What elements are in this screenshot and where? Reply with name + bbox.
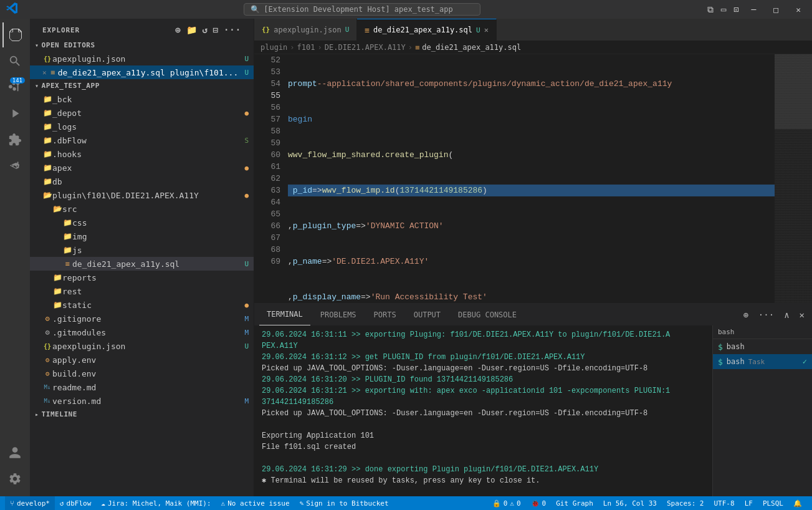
tab-close-icon[interactable]: ✕ <box>484 26 489 34</box>
accounts-activity-icon[interactable] <box>2 440 27 465</box>
terminal-line-9: File f101.sql created <box>262 441 705 453</box>
errors-status[interactable]: 🔒 0 ⚠ 0 <box>487 496 526 510</box>
file-gitignore[interactable]: ⚙ .gitignore M <box>30 312 254 325</box>
minimap-viewport[interactable] <box>775 54 812 129</box>
terminal-content[interactable]: 29.06.2024 16:31:11 >> exporting Pluging… <box>254 325 712 496</box>
tab-sql-a11y[interactable]: ≡ de_die21_apex_a11y.sql U ✕ <box>357 19 497 41</box>
maximize-panel-icon[interactable]: ∧ <box>781 309 791 321</box>
breadcrumb-file[interactable]: ≡ de_die21_apex_a11y.sql <box>415 43 521 52</box>
folder-img[interactable]: 📁 img <box>30 229 254 243</box>
terminal-tab[interactable]: TERMINAL <box>259 304 310 325</box>
git-branch-status[interactable]: ⑂ develop* <box>5 496 55 510</box>
run-activity-icon[interactable] <box>2 101 27 126</box>
output-tab[interactable]: OUTPUT <box>406 304 448 325</box>
layout-icon[interactable]: ⧉ <box>707 4 714 15</box>
folder-plugin[interactable]: 📂 plugin\f101\DE.DIE21.APEX.A11Y ● <box>30 188 254 202</box>
debug-console-tab[interactable]: DEBUG CONSOLE <box>451 304 524 325</box>
folder-logs[interactable]: 📁 _logs <box>30 120 254 133</box>
folder-static[interactable]: 📁 static ● <box>30 298 254 312</box>
new-folder-icon[interactable]: 📁 <box>186 25 198 35</box>
folder-depot[interactable]: 📁 _depot ● <box>30 106 254 120</box>
refresh-icon[interactable]: ↺ <box>202 25 208 35</box>
close-icon[interactable]: ✕ <box>42 69 47 77</box>
explorer-activity-icon[interactable] <box>2 22 27 47</box>
json-file-icon: {} <box>42 55 52 62</box>
tab-apexplugin-json[interactable]: {} apexplugin.json U <box>254 19 357 41</box>
folder-dbflow[interactable]: 📁 .dbFlow S <box>30 133 254 147</box>
minimize-button[interactable]: ─ <box>747 4 762 16</box>
folder-icon: 📁 <box>42 150 52 158</box>
title-bar: 🔍 [Extension Development Host] apex_test… <box>0 0 812 19</box>
notifications-status[interactable]: 🔔 <box>788 496 807 510</box>
language-mode-status[interactable]: PLSQL <box>758 496 788 510</box>
file-version-md[interactable]: M↓ version.md M <box>30 394 254 408</box>
debug-status[interactable]: 🐞 0 <box>526 496 552 510</box>
encoding-status[interactable]: UTF-8 <box>709 496 740 510</box>
no-issue-status[interactable]: ⚠ No active issue <box>216 496 295 510</box>
open-editors-section[interactable]: OPEN EDITORS <box>30 39 254 52</box>
code-content[interactable]: prompt --application/shared_components/p… <box>285 54 775 303</box>
code-line-52: prompt --application/shared_components/p… <box>288 78 775 90</box>
git-graph-status[interactable]: Git Graph <box>551 496 598 510</box>
breadcrumb-plugin[interactable]: plugin <box>260 43 287 52</box>
folder-hooks[interactable]: 📁 .hooks <box>30 147 254 161</box>
file-readme-md[interactable]: M↓ readme.md <box>30 380 254 394</box>
folder-css[interactable]: 📁 css <box>30 216 254 229</box>
folder-rest[interactable]: 📁 rest <box>30 284 254 298</box>
file-build-env[interactable]: ⚙ build.env <box>30 367 254 380</box>
folder-bck[interactable]: 📁 _bck <box>30 92 254 106</box>
test-activity-icon[interactable] <box>2 153 27 178</box>
apex-test-app-section[interactable]: APEX_TEST_APP <box>30 79 254 92</box>
line-num-67: 67 <box>259 232 280 244</box>
new-file-icon[interactable]: ⊕ <box>175 25 181 35</box>
folder-reports[interactable]: 📁 reports <box>30 271 254 284</box>
panel-icon[interactable]: ▭ <box>721 4 726 14</box>
settings-activity-icon[interactable] <box>2 466 27 491</box>
line-numbers: 52 53 54 55 56 57 58 59 60 61 62 63 64 6… <box>254 54 285 303</box>
folder-db[interactable]: 📁 db <box>30 175 254 188</box>
split-icon[interactable]: ⊡ <box>733 4 738 14</box>
maximize-button[interactable]: □ <box>768 4 783 16</box>
json-tab-icon: {} <box>262 26 270 34</box>
file-gitmodules[interactable]: ⚙ .gitmodules M <box>30 325 254 339</box>
close-panel-icon[interactable]: ✕ <box>797 309 807 321</box>
jira-status[interactable]: ☁ Jira: Michel, Maik (MMI): <box>96 496 216 510</box>
search-activity-icon[interactable] <box>2 49 27 74</box>
status-bar-right: 🔒 0 ⚠ 0 🐞 0 Git Graph Ln 56, Col 33 Spac… <box>487 496 807 510</box>
problems-tab[interactable]: PROBLEMS <box>313 304 364 325</box>
dbflow-status[interactable]: ↺ dbFlow <box>55 496 96 510</box>
editor-area: {} apexplugin.json U ≡ de_die21_apex_a11… <box>254 19 812 496</box>
terminal-line-5b: 3714421149185286 <box>262 397 705 408</box>
file-sql-a11y[interactable]: ≡ de_die21_apex_a11y.sql U <box>30 257 254 271</box>
add-terminal-icon[interactable]: ⊕ <box>740 309 750 321</box>
bitbucket-signin[interactable]: ✎ Sign in to Bitbucket <box>295 496 394 510</box>
file-apexplugin-json[interactable]: {} apexplugin.json U <box>30 339 254 353</box>
folder-apex[interactable]: 📁 apex ● <box>30 161 254 175</box>
source-control-activity-icon[interactable]: 141 <box>2 75 27 100</box>
line-num-55: 55 <box>259 90 280 102</box>
breadcrumb-apex-a11y[interactable]: DE.DIE21.APEX.A11Y <box>325 43 406 52</box>
collapse-icon[interactable]: ⊟ <box>213 25 219 35</box>
extensions-activity-icon[interactable] <box>2 127 27 152</box>
terminal-line-2: 29.06.2024 16:31:12 >> get PLUGIN_ID fro… <box>262 352 705 363</box>
spaces-status[interactable]: Spaces: 2 <box>662 496 709 510</box>
cursor-position[interactable]: Ln 56, Col 33 <box>598 496 662 510</box>
timeline-section[interactable]: TIMELINE <box>30 408 254 421</box>
more-terminal-icon[interactable]: ··· <box>756 309 776 321</box>
open-editor-apexplugin[interactable]: {} apexplugin.json U <box>30 52 254 65</box>
tab-bar: {} apexplugin.json U ≡ de_die21_apex_a11… <box>254 19 812 41</box>
more-icon[interactable]: ··· <box>224 25 241 35</box>
folder-js[interactable]: 📁 js <box>30 243 254 257</box>
file-apply-env[interactable]: ⚙ apply.env <box>30 353 254 367</box>
code-line-57: ,p_name=>'DE.DIE21.APEX.A11Y' <box>288 256 775 267</box>
close-button[interactable]: ✕ <box>791 4 806 16</box>
open-editor-sql[interactable]: ✕ ≡ de_die21_apex_a11y.sql plugin\f101..… <box>30 65 254 79</box>
ports-tab[interactable]: PORTS <box>366 304 404 325</box>
bash-tab-2[interactable]: $ bash Task ✓ <box>713 354 812 369</box>
folder-src[interactable]: 📂 src <box>30 202 254 216</box>
bash-tab-1[interactable]: $ bash <box>713 339 812 354</box>
title-search[interactable]: 🔍 [Extension Development Host] apex_test… <box>244 3 480 16</box>
env-icon: ⚙ <box>42 370 52 378</box>
line-ending-status[interactable]: LF <box>740 496 758 510</box>
breadcrumb-f101[interactable]: f101 <box>297 43 315 52</box>
